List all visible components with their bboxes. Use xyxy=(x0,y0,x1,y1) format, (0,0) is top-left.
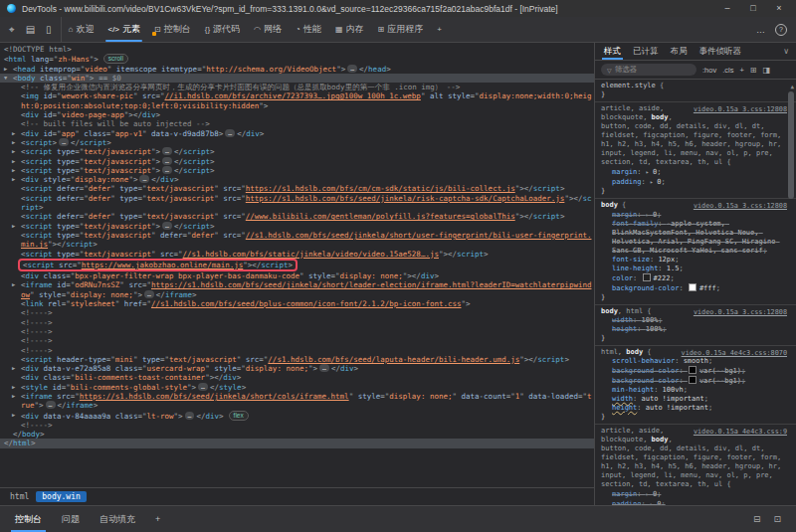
dom-tree-node[interactable]: <!----> xyxy=(0,346,594,355)
attr-link[interactable]: //i1.hdslb.com/bfs/archive/7237393….jpg@… xyxy=(165,91,421,100)
close-icon[interactable]: × xyxy=(766,0,792,17)
ellipsis-expander[interactable]: … xyxy=(162,157,172,165)
grid-icon[interactable]: ⊞ xyxy=(750,66,757,75)
css-declaration[interactable]: font-family: -apple-system, BlinkMacSyst… xyxy=(601,220,782,256)
styles-tab[interactable]: 事件侦听器 xyxy=(694,43,748,60)
dom-tree-node[interactable]: <div id="video-page-app"></div> xyxy=(0,110,594,119)
dock-panel-icon[interactable]: ▯ xyxy=(46,24,52,35)
dom-tree-node[interactable]: ▶<div data-v-e72a85a8 class="usercard-wr… xyxy=(0,364,594,373)
property-value[interactable]: 100vh xyxy=(663,386,684,394)
css-declaration[interactable]: margin: ▸ 0; xyxy=(601,210,782,220)
tab-application[interactable]: ⊞应用程序 xyxy=(370,17,430,42)
css-declaration[interactable]: color: #222; xyxy=(601,273,782,283)
breadcrumb-item[interactable]: body.win xyxy=(36,491,87,502)
dom-tree-node[interactable]: <html lang="zh-Hans">scroll xyxy=(0,54,594,64)
expand-arrow[interactable]: ▶ xyxy=(12,364,15,373)
minimize-icon[interactable]: – xyxy=(714,0,740,17)
property-name[interactable]: padding xyxy=(612,500,642,505)
property-name[interactable]: width xyxy=(612,316,633,324)
color-swatch[interactable] xyxy=(689,376,696,384)
property-name[interactable]: padding xyxy=(612,178,642,186)
expand-arrow[interactable]: ▶ xyxy=(12,166,15,175)
maximize-icon[interactable]: □ xyxy=(740,0,766,17)
dom-tree-node[interactable]: <link rel="stylesheet" href="//s1.hdslb.… xyxy=(0,299,594,308)
property-name[interactable]: line-height xyxy=(612,265,658,272)
dom-tree-node[interactable]: ▶<script type="text/javascript">…</scrip… xyxy=(0,222,594,231)
property-value[interactable]: #222 xyxy=(654,274,671,282)
ellipsis-expander[interactable]: … xyxy=(198,383,208,391)
css-declaration[interactable]: padding: ▸ 0; xyxy=(601,499,782,505)
property-value[interactable]: #fff xyxy=(699,284,716,292)
expand-arrow[interactable]: ▶ xyxy=(12,157,15,166)
attr-link[interactable]: //s1.hdslb.com/bfs/seed/bplus-common/ico… xyxy=(151,299,462,308)
ellipsis-expander[interactable]: … xyxy=(347,65,357,73)
property-value[interactable]: auto !important xyxy=(642,395,704,403)
ellipsis-expander[interactable]: … xyxy=(162,166,172,174)
help-icon[interactable]: ? xyxy=(775,24,787,36)
expand-arrow[interactable]: ▶ xyxy=(12,147,15,156)
property-value[interactable]: var(--bg1) xyxy=(699,367,741,375)
ellipsis-expander[interactable]: … xyxy=(144,290,154,298)
dom-tree-node[interactable]: ▶<div id="app" class="app-v1" data-v-d9a… xyxy=(0,129,594,138)
ellipsis-expander[interactable]: … xyxy=(162,222,172,230)
css-declaration[interactable]: background-color: var(--bg1); xyxy=(601,376,782,386)
breadcrumb-item[interactable]: html xyxy=(7,491,32,502)
css-declaration[interactable]: padding: ▸ 0; xyxy=(601,177,782,187)
dom-tree-node[interactable]: <div class="bili-comments-toast-containe… xyxy=(0,373,594,382)
attr-link[interactable]: https://s1.hdslb.com/bfs/cm/cm-sdk/stati… xyxy=(246,184,515,193)
expand-arrow[interactable]: ▶ xyxy=(12,222,15,231)
css-declaration[interactable]: background-color: #fff; xyxy=(601,283,782,293)
ellipsis-expander[interactable]: … xyxy=(319,364,329,372)
property-value[interactable]: auto !important xyxy=(646,404,708,412)
styles-filter-input[interactable]: ▽ 筛选器 xyxy=(601,64,696,76)
ellipsis-expander[interactable]: … xyxy=(185,412,195,420)
css-declaration[interactable]: height: auto !important; xyxy=(601,404,782,413)
device-emulation-icon[interactable]: ▤ xyxy=(26,24,35,35)
computed-panel-icon[interactable]: ◨ xyxy=(763,66,771,75)
color-swatch[interactable] xyxy=(689,366,696,374)
css-declaration[interactable]: background-color: var(--bg1); xyxy=(601,366,782,376)
stylesheet-source-link[interactable]: video.0.15a_4e4c3.css:8070 xyxy=(682,349,787,358)
dom-tree-node[interactable]: <!-- built files will be auto injected -… xyxy=(0,119,594,128)
expand-arrow[interactable]: ▶ xyxy=(12,392,15,401)
filter-toggle[interactable]: + xyxy=(739,66,743,75)
inspect-icon[interactable]: ⌖ xyxy=(9,24,15,36)
property-name[interactable]: background-color xyxy=(612,367,679,375)
dom-tree-node[interactable]: <script defer="defer" type="text/javascr… xyxy=(0,194,594,213)
dom-tree-node[interactable]: ▶<div style="display:none">…</div> xyxy=(0,175,594,184)
expand-arrow[interactable]: ▶ xyxy=(12,175,15,184)
element-badge[interactable]: scroll xyxy=(103,54,128,64)
tab-memory[interactable]: ▦内存 xyxy=(328,17,371,42)
dom-tree-node[interactable]: ▶<script type="text/javascript">…</scrip… xyxy=(0,157,594,166)
filter-toggle[interactable]: .cls xyxy=(722,66,733,75)
scrollbar-up-icon[interactable]: ▲ xyxy=(790,82,794,90)
dom-tree-node[interactable]: <script defer="defer" type="text/javascr… xyxy=(0,184,594,193)
expand-arrow[interactable]: ▶ xyxy=(4,65,7,74)
property-value[interactable]: 100% xyxy=(642,316,659,324)
dom-tree-node[interactable]: <div class="bpx-player-filter-wrap bpx-p… xyxy=(0,271,594,280)
dom-tree-node[interactable]: <script header-type="mini" type="text/ja… xyxy=(0,355,594,364)
expand-arrow[interactable]: ▶ xyxy=(12,411,15,420)
dom-tree-node[interactable]: </html> xyxy=(0,439,594,447)
dom-tree-node[interactable]: <script type="text/javascript" defer="de… xyxy=(0,231,594,250)
attr-link[interactable]: //s1.hdslb.com/bfs/seed/laputa-header/bi… xyxy=(268,355,519,364)
dom-tree-node[interactable]: <img id="wework-share-pic" src="//i1.hds… xyxy=(0,91,594,110)
dom-tree-node[interactable]: ▶<script>…</script> xyxy=(0,138,594,147)
property-name[interactable]: margin xyxy=(612,211,637,219)
dom-tree-node[interactable]: ▶<script type="text/javascript">…</scrip… xyxy=(0,166,594,175)
dom-tree-node[interactable]: </body> xyxy=(0,430,594,439)
dom-tree-node[interactable]: <script type="text/javascript" src="//s1… xyxy=(0,250,594,259)
dom-tree-node[interactable]: <!----> xyxy=(0,308,594,317)
shorthand-expand-icon[interactable]: ▸ xyxy=(646,490,653,497)
css-declaration[interactable]: margin: ▸ 0; xyxy=(601,489,782,499)
property-name[interactable]: font-family xyxy=(612,220,658,228)
dom-tree-node[interactable]: ▶<iframe src="https://s1.hdslb.com/bfs/s… xyxy=(0,392,594,411)
dom-tree-node[interactable]: ▶<div data-v-84aaaa9a class="lt-row">…</… xyxy=(0,411,594,421)
filter-toggle[interactable]: :hov xyxy=(702,66,716,75)
add-tab-button[interactable]: + xyxy=(430,17,449,42)
tab-network[interactable]: ◠网络 xyxy=(247,17,289,42)
dom-tree-node[interactable]: ▶<script type="text/javascript">…</scrip… xyxy=(0,147,594,156)
property-value[interactable]: 100% xyxy=(646,325,663,333)
dom-tree-node[interactable]: ▶<style id="bili-comments-global-style">… xyxy=(0,383,594,392)
dom-tree-node[interactable]: <script defer="defer" type="text/javascr… xyxy=(0,212,594,221)
